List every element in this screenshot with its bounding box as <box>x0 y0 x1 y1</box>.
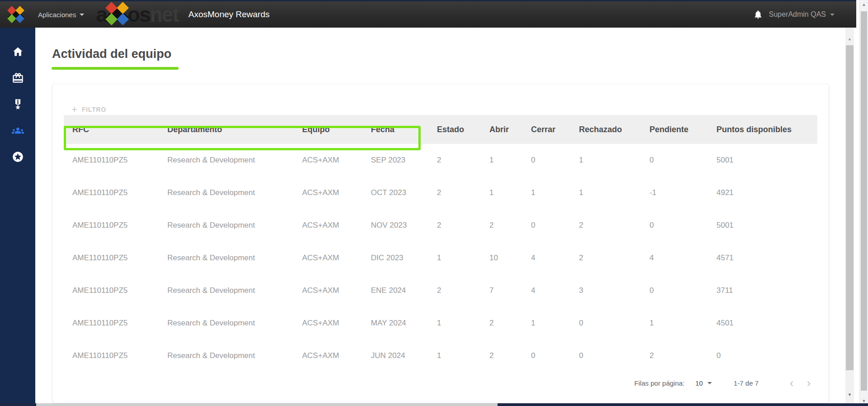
cell-departamento: Research & Development <box>167 188 302 197</box>
scroll-up-arrow-icon[interactable]: ▲ <box>860 2 868 7</box>
cell-cerrar: 4 <box>531 286 579 295</box>
cell-pendiente: 2 <box>650 351 716 360</box>
sidebar-item-home[interactable] <box>0 38 35 65</box>
column-header-rechazado[interactable]: Rechazado <box>579 125 650 134</box>
chevron-down-icon <box>707 382 712 384</box>
medal-icon <box>12 98 24 110</box>
scroll-down-arrow-icon[interactable]: ▼ <box>845 392 854 397</box>
cell-abrir: 1 <box>489 156 531 165</box>
cell-equipo: ACS+AXM <box>302 319 371 328</box>
chevron-down-icon <box>80 14 84 16</box>
cell-estado: 1 <box>437 253 489 263</box>
scrollbar-thumb[interactable] <box>846 45 854 370</box>
chevron-down-icon <box>830 14 835 16</box>
cell-fecha: OCT 2023 <box>371 188 437 197</box>
cell-fecha: MAY 2024 <box>371 319 437 328</box>
scroll-up-arrow-icon[interactable]: ▲ <box>845 37 854 41</box>
cell-pendiente: -1 <box>650 188 716 197</box>
rows-per-page-select[interactable]: 10 <box>695 379 712 387</box>
team-activity-card: + FILTRO RFC Departamento Equipo Fecha E… <box>52 84 829 403</box>
sidebar-item-points[interactable] <box>0 143 35 170</box>
cell-rechazado: 1 <box>579 188 650 197</box>
cell-puntos: 4571 <box>716 253 817 263</box>
rows-per-page-label: Filas por página: <box>634 379 684 387</box>
next-page-button[interactable]: › <box>800 377 817 389</box>
sidebar-item-team-activity[interactable] <box>0 117 35 143</box>
cell-puntos: 4921 <box>716 188 817 197</box>
browser-vertical-scrollbar[interactable]: ▲ ▼ <box>859 0 868 406</box>
cell-rechazado: 3 <box>579 286 650 295</box>
column-header-equipo[interactable]: Equipo <box>302 125 371 134</box>
cell-rechazado: 2 <box>579 253 650 263</box>
rows-per-page-value: 10 <box>695 379 703 387</box>
cell-departamento: Research & Development <box>167 319 302 328</box>
cell-abrir: 10 <box>489 253 531 263</box>
cell-puntos: 0 <box>716 351 817 360</box>
cell-estado: 2 <box>437 156 489 165</box>
cell-puntos: 3711 <box>716 286 817 295</box>
column-header-fecha[interactable]: Fecha <box>371 125 437 134</box>
cell-cerrar: 0 <box>531 221 579 230</box>
cell-abrir: 2 <box>489 319 531 328</box>
cell-abrir: 1 <box>489 188 531 197</box>
previous-page-button[interactable]: ‹ <box>783 377 800 389</box>
page-title: Actividad del equipo <box>52 47 171 61</box>
wordmark-os: os <box>128 2 150 27</box>
column-header-departamento[interactable]: Departamento <box>167 125 302 134</box>
scrollbar-thumb[interactable] <box>861 11 867 391</box>
cell-rechazado: 0 <box>579 351 650 360</box>
cell-equipo: ACS+AXM <box>302 156 371 165</box>
filter-button-label: FILTRO <box>82 106 106 113</box>
cell-departamento: Research & Development <box>167 253 302 263</box>
axosnet-wordmark: a os net <box>96 1 178 29</box>
pagination-range: 1-7 de 7 <box>734 379 759 387</box>
cell-fecha: DIC 2023 <box>371 253 437 263</box>
cell-equipo: ACS+AXM <box>302 351 371 360</box>
column-header-puntos-disponibles[interactable]: Puntos disponibles <box>716 125 817 134</box>
axosnet-x-diamonds-icon <box>105 1 129 26</box>
cell-puntos: 5001 <box>716 156 817 165</box>
table-row: AME110110PZ5 Research & Development ACS+… <box>64 274 817 307</box>
cell-fecha: JUN 2024 <box>371 351 437 360</box>
left-sidebar <box>0 28 35 403</box>
cell-equipo: ACS+AXM <box>302 221 371 230</box>
table-row: AME110110PZ5 Research & Development ACS+… <box>64 339 817 372</box>
column-header-estado[interactable]: Estado <box>437 125 489 134</box>
applications-menu[interactable]: Aplicaciones <box>38 11 84 19</box>
cell-rfc: AME110110PZ5 <box>72 253 167 263</box>
cell-rfc: AME110110PZ5 <box>72 286 167 295</box>
plus-icon: + <box>71 106 78 113</box>
cell-abrir: 2 <box>489 221 531 230</box>
column-header-cerrar[interactable]: Cerrar <box>531 125 579 134</box>
cell-equipo: ACS+AXM <box>302 188 371 197</box>
navbar-right-group: SuperAdmin QAS <box>753 10 856 19</box>
table-row: AME110110PZ5 Research & Development ACS+… <box>64 242 817 274</box>
column-header-abrir[interactable]: Abrir <box>489 125 531 134</box>
column-header-rfc[interactable]: RFC <box>72 125 167 134</box>
star-circle-icon <box>12 151 24 163</box>
sidebar-item-achievements[interactable] <box>0 91 35 117</box>
add-filter-button[interactable]: + FILTRO <box>71 106 106 113</box>
cell-estado: 1 <box>437 351 489 360</box>
content-horizontal-scrollbar[interactable] <box>36 403 498 406</box>
cell-fecha: SEP 2023 <box>371 156 437 165</box>
applications-menu-label: Aplicaciones <box>38 11 76 19</box>
notifications-bell-icon[interactable] <box>753 10 763 19</box>
table-row: AME110110PZ5 Research & Development ACS+… <box>64 144 817 177</box>
cell-fecha: NOV 2023 <box>371 221 437 230</box>
cell-rfc: AME110110PZ5 <box>72 221 167 230</box>
cell-estado: 1 <box>437 319 489 328</box>
cell-rechazado: 2 <box>579 221 650 230</box>
column-header-pendiente[interactable]: Pendiente <box>650 125 716 134</box>
axosnet-logo-icon[interactable] <box>7 6 24 23</box>
cell-puntos: 5001 <box>716 221 817 230</box>
user-menu-label: SuperAdmin QAS <box>769 10 826 19</box>
pagination-bar: Filas por página: 10 1-7 de 7 ‹ › <box>64 372 817 394</box>
cell-cerrar: 4 <box>531 253 579 263</box>
table-row: AME110110PZ5 Research & Development ACS+… <box>64 307 817 339</box>
cell-rfc: AME110110PZ5 <box>72 351 167 360</box>
sidebar-item-rewards[interactable] <box>0 65 35 91</box>
user-menu[interactable]: SuperAdmin QAS <box>769 10 835 19</box>
scroll-down-arrow-icon[interactable]: ▼ <box>860 399 868 403</box>
content-vertical-scrollbar[interactable]: ▲ ▼ <box>845 28 854 403</box>
